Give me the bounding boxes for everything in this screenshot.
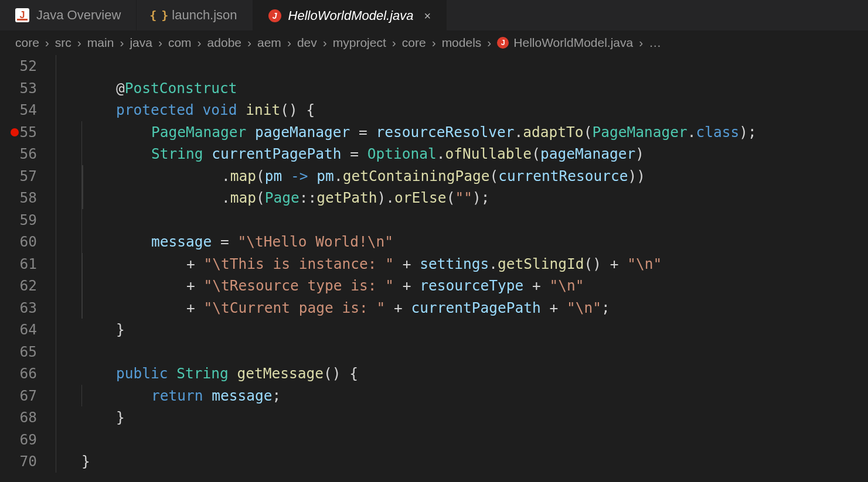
code-line[interactable]: 63 + "\tCurrent page is: " + currentPage… (0, 297, 868, 319)
code-line[interactable]: 52 (0, 55, 868, 77)
breadcrumb-file[interactable]: JHelloWorldModel.java (497, 36, 633, 50)
line-number[interactable]: 53 (0, 77, 56, 100)
indent-guides (56, 450, 81, 473)
chevron-right-icon: › (42, 36, 53, 50)
code-line[interactable]: 55 PageManager pageManager = resourceRes… (0, 121, 868, 143)
code-line[interactable]: 66 public String getMessage() { (0, 363, 868, 385)
indent-guides (56, 429, 81, 451)
code-line[interactable]: 57 .map(pm -> pm.getContainingPage(curre… (0, 165, 868, 187)
breadcrumb-segment[interactable]: src (55, 36, 72, 50)
line-number[interactable]: 68 (0, 406, 56, 429)
breadcrumb-segment[interactable]: java (130, 36, 152, 50)
code-content[interactable]: + "\tCurrent page is: " + currentPagePat… (81, 297, 868, 319)
chevron-right-icon: › (484, 36, 495, 50)
chevron-right-icon: › (244, 36, 255, 50)
line-number[interactable]: 58 (0, 187, 56, 209)
line-number[interactable]: 70 (0, 450, 56, 473)
breadcrumb-segment[interactable]: aem (257, 36, 281, 50)
code-content[interactable]: } (81, 319, 868, 341)
code-line[interactable]: 67 return message; (0, 385, 868, 407)
breadcrumb-more[interactable]: … (649, 36, 661, 50)
code-content[interactable]: protected void init() { (81, 99, 868, 121)
indent-guides (56, 297, 81, 319)
line-number[interactable]: 57 (0, 165, 56, 187)
code-line[interactable]: 68 } (0, 406, 868, 429)
line-number[interactable]: 66 (0, 363, 56, 385)
tab-label: HelloWorldModel.java (288, 8, 414, 23)
line-number[interactable]: 60 (0, 231, 56, 253)
code-content[interactable]: + "\tResource type is: " + resourceType … (81, 275, 868, 297)
code-content[interactable]: + "\tThis is instance: " + settings.getS… (81, 253, 868, 275)
breadcrumb: core›src›main›java›com›adobe›aem›dev›myp… (0, 30, 868, 55)
line-number[interactable]: 59 (0, 209, 56, 231)
breadcrumb-segment[interactable]: adobe (207, 36, 241, 50)
line-number[interactable]: 64 (0, 319, 56, 341)
line-number[interactable]: 52 (0, 55, 56, 77)
indent-guides (56, 385, 81, 407)
tab-helloworldmodel-java[interactable]: JHelloWorldModel.java× (253, 0, 447, 30)
code-line[interactable]: 60 message = "\tHello World!\n" (0, 231, 868, 253)
code-content[interactable]: .map(Page::getPath).orElse(""); (81, 187, 868, 209)
line-number[interactable]: 63 (0, 297, 56, 319)
breakpoint-gutter[interactable]: 55 (0, 121, 56, 143)
code-line[interactable]: 65 (0, 341, 868, 363)
breadcrumb-segment[interactable]: core (402, 36, 426, 50)
tab-java-overview[interactable]: JJava Overview (0, 0, 137, 30)
indent-guides (56, 165, 81, 187)
editor[interactable]: 5253 @PostConstruct54 protected void ini… (0, 55, 868, 482)
code-content[interactable]: String currentPagePath = Optional.ofNull… (81, 143, 868, 165)
code-content[interactable]: return message; (81, 385, 868, 407)
breadcrumb-segment[interactable]: models (442, 36, 482, 50)
code-content[interactable]: } (81, 450, 868, 473)
java-file-icon: J (497, 37, 509, 49)
tab-bar: JJava Overview{ }launch.jsonJHelloWorldM… (0, 0, 868, 30)
code-line[interactable]: 70} (0, 450, 868, 473)
code-line[interactable]: 58 .map(Page::getPath).orElse(""); (0, 187, 868, 209)
tab-launch-json[interactable]: { }launch.json (137, 0, 253, 30)
close-icon[interactable]: × (424, 9, 431, 23)
code-line[interactable]: 69 (0, 429, 868, 451)
indent-guides (56, 363, 81, 385)
code-line[interactable]: 56 String currentPagePath = Optional.ofN… (0, 143, 868, 165)
tab-label: launch.json (172, 8, 237, 23)
indent-guides (56, 143, 81, 165)
line-number[interactable]: 69 (0, 429, 56, 451)
line-number[interactable]: 61 (0, 253, 56, 275)
code-content[interactable] (81, 341, 868, 363)
code-line[interactable]: 61 + "\tThis is instance: " + settings.g… (0, 253, 868, 275)
code-line[interactable]: 64 } (0, 319, 868, 341)
chevron-right-icon: › (389, 36, 400, 50)
code-content[interactable] (81, 209, 868, 231)
indent-guides (56, 77, 81, 100)
line-number[interactable]: 65 (0, 341, 56, 363)
code-content[interactable]: PageManager pageManager = resourceResolv… (81, 121, 868, 143)
code-content[interactable]: public String getMessage() { (81, 363, 868, 385)
breadcrumb-segment[interactable]: main (87, 36, 114, 50)
code-content[interactable]: } (81, 406, 868, 429)
code-content[interactable]: .map(pm -> pm.getContainingPage(currentR… (81, 165, 868, 187)
code-content[interactable] (81, 429, 868, 451)
code-line[interactable]: 62 + "\tResource type is: " + resourceTy… (0, 275, 868, 297)
breadcrumb-segment[interactable]: dev (297, 36, 317, 50)
code-content[interactable]: @PostConstruct (81, 77, 868, 100)
code-content[interactable] (81, 55, 868, 77)
indent-guides (56, 341, 81, 363)
breadcrumb-segment[interactable]: core (15, 36, 39, 50)
line-number[interactable]: 67 (0, 385, 56, 407)
breadcrumb-segment[interactable]: myproject (333, 36, 386, 50)
code-line[interactable]: 53 @PostConstruct (0, 77, 868, 100)
line-number[interactable]: 54 (0, 99, 56, 121)
line-number[interactable]: 62 (0, 275, 56, 297)
indent-guides (56, 99, 81, 121)
indent-guides (56, 231, 81, 253)
java-file-icon: J (268, 9, 281, 22)
chevron-right-icon: › (635, 36, 646, 50)
indent-guides (56, 275, 81, 297)
code-line[interactable]: 59 (0, 209, 868, 231)
line-number[interactable]: 56 (0, 143, 56, 165)
breadcrumb-segment[interactable]: com (168, 36, 192, 50)
tab-label: Java Overview (36, 8, 121, 23)
braces-icon: { } (152, 9, 165, 22)
code-content[interactable]: message = "\tHello World!\n" (81, 231, 868, 253)
code-line[interactable]: 54 protected void init() { (0, 99, 868, 121)
